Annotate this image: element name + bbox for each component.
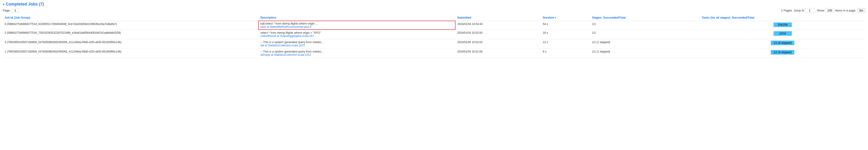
page-number-input[interactable] bbox=[12, 8, 19, 13]
desc-link[interactable]: tail at StatisticsCollection.scala:1015 bbox=[260, 44, 305, 47]
cell-tasks: 258/258 bbox=[700, 21, 865, 30]
cell-duration: 12 s bbox=[541, 39, 590, 49]
col-duration[interactable]: Duration bbox=[541, 15, 590, 21]
col-description: Description bbox=[258, 15, 455, 21]
table-row: 3 (7850385243507190909_54782609826024930… bbox=[3, 39, 865, 49]
items-label: items in a page. bbox=[835, 9, 856, 12]
cell-tasks: 1/1 (8 skipped) bbox=[700, 39, 865, 49]
cell-duration: 54 s bbox=[541, 21, 590, 30]
page-left: Page: bbox=[3, 8, 19, 13]
completed-jobs-section: ▾ Completed Jobs (7) bbox=[3, 2, 865, 7]
desc-main-text: sql('select * from sternp.flights where … bbox=[260, 22, 454, 25]
section-title: Completed Jobs (7) bbox=[6, 2, 44, 7]
cell-description: -- This is a system generated query from… bbox=[258, 39, 455, 49]
cell-submitted: 2024/01/04 10:51:58 bbox=[455, 49, 541, 58]
cell-submitted: 2024/01/04 10:52:00 bbox=[455, 30, 541, 39]
cell-duration: 6 s bbox=[541, 49, 590, 58]
tasks-badge: 258/258 bbox=[774, 23, 792, 27]
table-row: 1 (7850385243507190909_54782609826024930… bbox=[3, 49, 865, 58]
cell-description: -- This is a system generated query from… bbox=[258, 49, 455, 58]
cell-tasks: 1/1 (8 skipped) bbox=[700, 49, 865, 58]
jobs-table: Job Id (Job Group) Description Submitted… bbox=[3, 15, 865, 58]
cell-description: sql('select * from sternp.flights where … bbox=[258, 21, 455, 30]
collapse-icon[interactable]: ▾ bbox=[3, 2, 4, 6]
tasks-badge: 1/1 (8 skipped) bbox=[771, 50, 794, 55]
cell-submitted: 2024/01/04 10:54:43 bbox=[455, 21, 541, 30]
col-job-id: Job Id (Job Group) bbox=[3, 15, 258, 21]
col-tasks: Tasks (for all stages): Succeeded/Total bbox=[700, 15, 865, 21]
pagination-row: Page: 1 Pages. Jump to . Show items in a… bbox=[3, 8, 865, 13]
table-header-row: Job Id (Job Group) Description Submitted… bbox=[3, 15, 865, 21]
cell-description: select * from sternp.flights where origi… bbox=[258, 30, 455, 39]
page-right: 1 Pages. Jump to . Show items in a page.… bbox=[781, 8, 865, 13]
show-label: . Show bbox=[815, 9, 824, 12]
go-button[interactable]: Go bbox=[857, 8, 865, 13]
jump-to-input[interactable] bbox=[805, 8, 814, 13]
desc-link[interactable]: isEmpty at StatisticsCollection.scala:10… bbox=[260, 53, 311, 56]
cell-job-id: 6 (5986427546880077534_62285551729946400… bbox=[3, 21, 258, 30]
cell-stages: 1/1 bbox=[590, 30, 700, 39]
cell-submitted: 2024/01/04 10:52:04 bbox=[455, 39, 541, 49]
desc-link[interactable]: collectResult at OutputAggregator.scala:… bbox=[260, 34, 314, 38]
cell-duration: 16 s bbox=[541, 30, 590, 39]
page-label: Page: bbox=[3, 9, 10, 12]
cell-job-id: 1 (7850385243507190909_54782609826024930… bbox=[3, 49, 258, 58]
cell-job-id: 2 (5986427546880077534_75553256353228752… bbox=[3, 30, 258, 39]
cell-tasks: 10/10 bbox=[700, 30, 865, 39]
table-row: 6 (5986427546880077534_62285551729946400… bbox=[3, 21, 865, 30]
desc-main-text: -- This is a system generated query from… bbox=[260, 41, 454, 44]
show-count-input[interactable] bbox=[825, 8, 834, 13]
tasks-badge: 1/1 (8 skipped) bbox=[771, 41, 794, 45]
desc-link[interactable]: save at NativeMethodAccessorImpl.java:0 bbox=[260, 25, 311, 28]
pages-info: 1 Pages. Jump to bbox=[781, 9, 804, 12]
table-row: 2 (5986427546880077534_75553256353228752… bbox=[3, 30, 865, 39]
desc-main-text: select * from sternp.flights where origi… bbox=[260, 31, 454, 34]
cell-stages: 1/1 bbox=[590, 21, 700, 30]
tasks-badge: 10/10 bbox=[774, 31, 792, 36]
desc-main-text: -- This is a system generated query from… bbox=[260, 50, 454, 53]
col-submitted: Submitted bbox=[455, 15, 541, 21]
col-stages: Stages: Succeeded/Total bbox=[590, 15, 700, 21]
cell-stages: 1/1 (1 skipped) bbox=[590, 39, 700, 49]
cell-job-id: 3 (7850385243507190909_54782609826024930… bbox=[3, 39, 258, 49]
cell-stages: 1/1 (1 skipped) bbox=[590, 49, 700, 58]
